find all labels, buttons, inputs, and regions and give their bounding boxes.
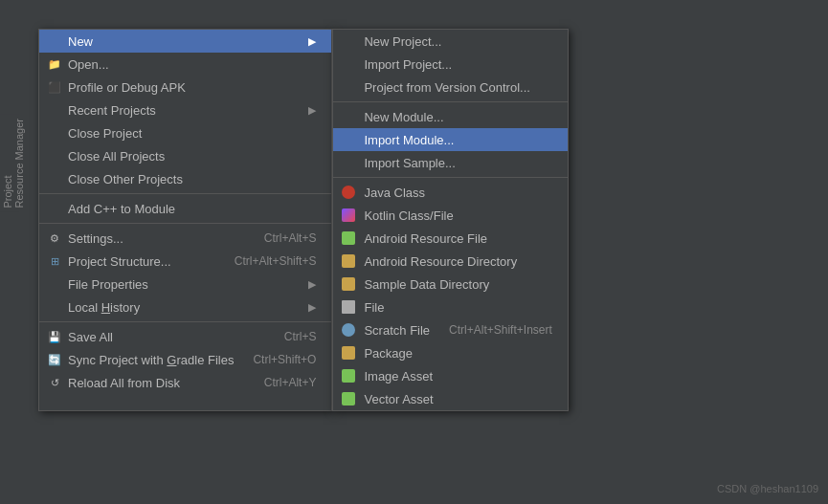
package-icon — [341, 345, 356, 361]
menu-item-new[interactable]: New ▶ — [39, 30, 331, 53]
settings-shortcut: Ctrl+Alt+S — [264, 231, 317, 245]
divider-2 — [39, 223, 331, 224]
submenu-item-vector-asset-label: Vector Asset — [364, 392, 551, 406]
watermark: CSDN @heshan1109 — [717, 483, 818, 494]
menu-item-sync-gradle-label: Sync Project with Gradle Files — [68, 353, 234, 367]
submenu-item-kotlin-class[interactable]: Kotlin Class/File — [333, 204, 567, 227]
submenu-item-new-module[interactable]: New Module... — [333, 105, 567, 128]
project-structure-icon: ⊞ — [47, 253, 62, 269]
menu-item-project-structure-label: Project Structure... — [68, 254, 215, 269]
submenu-item-kotlin-class-label: Kotlin Class/File — [364, 208, 551, 223]
submenu-item-image-asset[interactable]: Image Asset — [333, 364, 567, 387]
project-side-label: Project — [2, 175, 13, 208]
sub-divider-1 — [333, 101, 567, 102]
submenu-item-new-project-label: New Project... — [364, 34, 551, 49]
local-history-arrow-icon: ▶ — [308, 301, 316, 314]
submenu-item-import-project-label: Import Project... — [364, 57, 551, 72]
menu-item-close-other[interactable]: Close Other Projects — [39, 167, 331, 190]
submenu-item-android-res-dir-label: Android Resource Directory — [364, 254, 551, 269]
scratch-icon — [341, 322, 356, 338]
folder-icon: 📁 — [47, 56, 62, 72]
menu-item-add-cpp-label: Add C++ to Module — [68, 202, 316, 216]
dropdown-container: New ▶ 📁 Open... ⬛ Profile or Debug APK R… — [38, 29, 569, 411]
resource-manager-label: Resource Manager — [13, 119, 25, 208]
menu-item-settings-label: Settings... — [68, 231, 245, 246]
java-icon — [341, 185, 356, 200]
menu-item-reload-disk-label: Reload All from Disk — [68, 376, 245, 390]
reload-disk-shortcut: Ctrl+Alt+Y — [264, 376, 317, 389]
vector-asset-icon — [341, 391, 356, 406]
apk-icon: ⬛ — [47, 79, 62, 95]
submenu-item-import-module-label: Import Module... — [364, 133, 551, 147]
submenu-item-android-res-file[interactable]: Android Resource File — [333, 227, 567, 250]
project-structure-shortcut: Ctrl+Alt+Shift+S — [235, 254, 317, 268]
sync-icon: 🔄 — [47, 352, 62, 367]
save-all-shortcut: Ctrl+S — [284, 330, 317, 343]
submenu-item-java-class[interactable]: Java Class — [333, 181, 567, 204]
save-icon: 💾 — [47, 329, 62, 344]
menu-item-add-cpp[interactable]: Add C++ to Module — [39, 197, 331, 220]
sync-gradle-shortcut: Ctrl+Shift+O — [253, 353, 316, 366]
divider-1 — [39, 193, 331, 194]
sample-data-dir-icon — [341, 276, 356, 292]
menu-item-close-other-label: Close Other Projects — [68, 172, 316, 186]
submenu-item-android-res-file-label: Android Resource File — [364, 231, 551, 246]
menu-item-save-all-label: Save All — [68, 330, 265, 344]
menu-item-recent-label: Recent Projects — [68, 103, 308, 118]
divider-3 — [39, 321, 331, 322]
menu-item-recent[interactable]: Recent Projects ▶ — [39, 99, 331, 121]
submenu-item-import-project[interactable]: Import Project... — [333, 53, 567, 76]
new-submenu-panel: New Project... Import Project... Project… — [332, 29, 568, 411]
submenu-item-android-res-dir[interactable]: Android Resource Directory — [333, 250, 567, 273]
menu-item-profile-apk[interactable]: ⬛ Profile or Debug APK — [39, 76, 331, 99]
android-res-dir-icon — [341, 253, 356, 269]
menu-item-local-history-label: Local History — [68, 300, 308, 315]
submenu-item-file[interactable]: File — [333, 296, 567, 318]
side-panel-label: Project Resource Manager — [0, 115, 19, 212]
new-arrow-icon: ▶ — [308, 35, 316, 48]
submenu-item-new-module-label: New Module... — [364, 110, 551, 124]
menu-item-open[interactable]: 📁 Open... — [39, 53, 331, 76]
submenu-item-new-project[interactable]: New Project... — [333, 30, 567, 53]
menu-item-open-label: Open... — [68, 57, 316, 72]
submenu-item-import-sample[interactable]: Import Sample... — [333, 151, 567, 174]
menu-item-file-properties-label: File Properties — [68, 277, 308, 292]
menu-item-save-all[interactable]: 💾 Save All Ctrl+S — [39, 325, 331, 348]
submenu-item-import-module[interactable]: Import Module... — [333, 128, 567, 151]
menu-item-file-properties[interactable]: File Properties ▶ — [39, 273, 331, 296]
submenu-item-sample-data-dir-label: Sample Data Directory — [364, 277, 551, 292]
scratch-file-shortcut: Ctrl+Alt+Shift+Insert — [449, 323, 552, 337]
settings-icon: ⚙ — [47, 230, 62, 246]
submenu-item-vector-asset[interactable]: Vector Asset — [333, 387, 567, 410]
submenu-item-image-asset-label: Image Asset — [364, 369, 551, 383]
android-res-file-icon — [341, 230, 356, 246]
submenu-item-java-class-label: Java Class — [364, 186, 551, 200]
recent-arrow-icon: ▶ — [308, 104, 316, 117]
reload-icon: ↺ — [47, 375, 62, 390]
submenu-item-sample-data-dir[interactable]: Sample Data Directory — [333, 273, 567, 296]
submenu-item-package[interactable]: Package — [333, 341, 567, 364]
menu-item-close-project-label: Close Project — [68, 126, 316, 141]
submenu-item-file-label: File — [364, 300, 551, 315]
submenu-item-scratch-file[interactable]: Scratch File Ctrl+Alt+Shift+Insert — [333, 318, 567, 341]
file-menu-panel: New ▶ 📁 Open... ⬛ Profile or Debug APK R… — [38, 29, 332, 411]
menu-item-close-all[interactable]: Close All Projects — [39, 144, 331, 167]
submenu-item-scratch-file-label: Scratch File — [364, 323, 430, 338]
menu-item-close-all-label: Close All Projects — [68, 149, 316, 164]
menu-item-close-project[interactable]: Close Project — [39, 121, 331, 144]
menu-item-new-label: New — [68, 34, 308, 49]
submenu-item-project-vcs[interactable]: Project from Version Control... — [333, 76, 567, 99]
submenu-item-package-label: Package — [364, 346, 551, 361]
submenu-item-import-sample-label: Import Sample... — [364, 156, 551, 170]
submenu-item-project-vcs-label: Project from Version Control... — [364, 80, 551, 95]
menu-item-profile-apk-label: Profile or Debug APK — [68, 80, 316, 95]
menu-item-reload-disk[interactable]: ↺ Reload All from Disk Ctrl+Alt+Y — [39, 371, 331, 394]
menu-item-settings[interactable]: ⚙ Settings... Ctrl+Alt+S — [39, 227, 331, 250]
file-properties-arrow-icon: ▶ — [308, 278, 316, 291]
file-icon — [341, 299, 356, 315]
sub-divider-2 — [333, 177, 567, 178]
menu-item-sync-gradle[interactable]: 🔄 Sync Project with Gradle Files Ctrl+Sh… — [39, 348, 331, 371]
menu-item-local-history[interactable]: Local History ▶ — [39, 296, 331, 318]
menu-item-project-structure[interactable]: ⊞ Project Structure... Ctrl+Alt+Shift+S — [39, 250, 331, 273]
kotlin-icon — [341, 208, 356, 223]
